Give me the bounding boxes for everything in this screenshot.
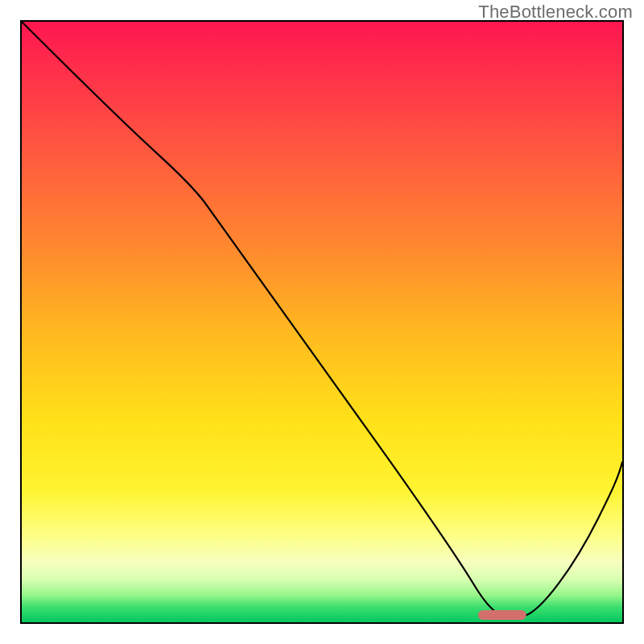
curve-path <box>22 22 622 616</box>
bottleneck-curve <box>22 22 622 622</box>
chart-stage: TheBottleneck.com <box>0 0 644 644</box>
plot-area <box>20 20 624 624</box>
optimal-marker <box>478 610 526 620</box>
